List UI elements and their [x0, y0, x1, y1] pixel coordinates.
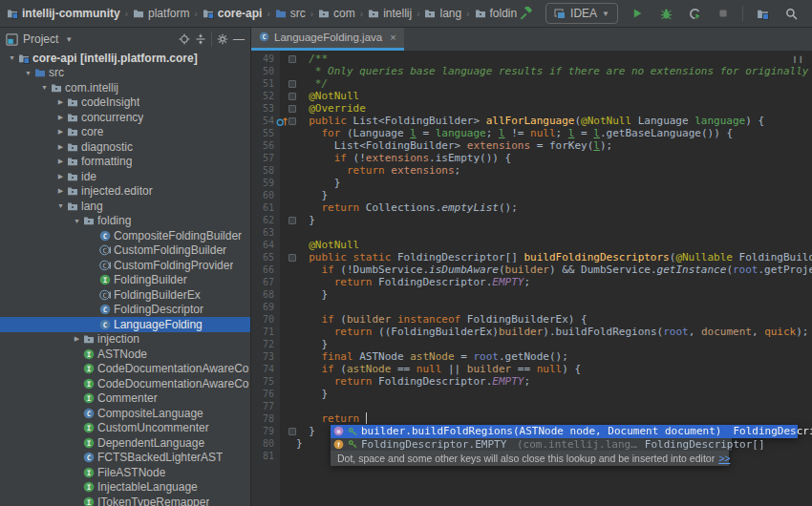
chevron-expanded-icon[interactable]: ▼: [22, 70, 34, 76]
tree-item-CodeDocumentationAwareCo[interactable]: ICodeDocumentationAwareCo: [0, 376, 250, 391]
project-icon-button[interactable]: [753, 4, 772, 23]
tree-item-LanguageFolding[interactable]: CLanguageFolding: [0, 317, 250, 332]
debug-button[interactable]: [656, 4, 675, 23]
editor-tab[interactable]: C LanguageFolding.java ×: [251, 28, 404, 51]
fold-marker[interactable]: [288, 428, 296, 435]
breadcrumb-item-folding[interactable]: folding: [475, 7, 518, 20]
chevron-expanded-icon[interactable]: ▼: [54, 202, 67, 209]
tree-item-injected.editor[interactable]: ▶injected.editor: [0, 184, 250, 200]
breadcrumb-item-core-api[interactable]: core-api: [203, 7, 263, 20]
locate-file-button[interactable]: [179, 33, 190, 45]
breadcrumb-item-lang[interactable]: lang: [424, 7, 461, 20]
code-editor[interactable]: ❙❙ 49 /**50 * Only queries base language…: [251, 51, 812, 506]
completion-item-1[interactable]: mbuilder.buildFoldRegions(ASTNode node, …: [331, 425, 798, 438]
tree-item-codeInsight[interactable]: ▶codeInsight: [0, 95, 250, 111]
tree-item-diagnostic[interactable]: ▶diagnostic: [0, 139, 250, 155]
tree-item-ITokenTypeRemapper[interactable]: IITokenTypeRemapper: [0, 495, 250, 506]
tree-item-FCTSBackedLighterAST[interactable]: CFCTSBackedLighterAST: [0, 451, 250, 466]
code-line-66: 66 if (!DumbService.isDumbAware(builder)…: [251, 264, 812, 276]
code-text: public List<FoldingBuilder> allForLangua…: [296, 115, 812, 127]
override-method-gutter-icon[interactable]: [278, 115, 288, 127]
chevron-collapsed-icon[interactable]: ▶: [54, 143, 67, 151]
tree-item-DependentLanguage[interactable]: IDependentLanguage: [0, 435, 250, 451]
breadcrumb-item-com[interactable]: com: [318, 7, 355, 20]
hide-panel-button[interactable]: —: [233, 32, 245, 46]
tree-item-folding[interactable]: ▼folding: [0, 214, 250, 229]
tree-item-lang[interactable]: ▼lang: [0, 199, 250, 214]
tree-item-injection[interactable]: ▶injection: [0, 332, 250, 348]
line-number: 50: [251, 65, 278, 77]
svg-text:I: I: [87, 468, 92, 476]
fold-marker[interactable]: [288, 80, 296, 88]
run-config-selector[interactable]: IDEA ▼: [545, 3, 618, 24]
source-icon: [275, 8, 287, 19]
code-text: final ASTNode astNode = root.getNode();: [296, 350, 812, 363]
tree-item-FoldingBuilderEx[interactable]: CFoldingBuilderEx: [0, 287, 250, 303]
editor-tab-title: LanguageFolding.java: [274, 32, 382, 43]
tree-item-Commenter[interactable]: ICommenter: [0, 391, 250, 407]
project-view-selector[interactable]: Project ▼: [23, 32, 73, 46]
tree-item-CompositeLanguage[interactable]: CCompositeLanguage: [0, 406, 250, 421]
chevron-collapsed-icon[interactable]: ▶: [54, 173, 67, 180]
breadcrumb-item-platform[interactable]: platform: [133, 7, 189, 20]
tree-item-com.intellij[interactable]: ▼com.intellij: [0, 80, 250, 95]
close-tab-icon[interactable]: ×: [390, 32, 395, 43]
project-tree: ▼core-api [intellij.platform.core]▼src▼c…: [0, 51, 250, 506]
completion-item-2[interactable]: fFoldingDescriptor.EMPTY (com.intellij.l…: [331, 438, 732, 452]
tree-item-FoldingDescriptor[interactable]: CFoldingDescriptor: [0, 303, 250, 318]
tree-item-FileASTNode[interactable]: IFileASTNode: [0, 465, 250, 480]
breadcrumb-item-src[interactable]: src: [275, 7, 306, 20]
tree-item-ASTNode[interactable]: IASTNode: [0, 347, 250, 362]
class-icon: C: [99, 230, 114, 242]
breadcrumb-label: platform: [148, 7, 189, 20]
chevron-collapsed-icon[interactable]: ▶: [71, 335, 83, 343]
chevron-collapsed-icon[interactable]: ▶: [54, 128, 67, 136]
settings-gear-button[interactable]: [217, 33, 228, 45]
chevron-expanded-icon[interactable]: ▼: [38, 84, 51, 91]
fold-marker[interactable]: [288, 93, 296, 100]
tree-item-core[interactable]: ▶core: [0, 125, 250, 140]
classAbs-icon: C: [99, 260, 114, 271]
tree-item-CustomFoldingBuilder[interactable]: CCustomFoldingBuilder: [0, 243, 250, 259]
code-text: if (builder instanceof FoldingBuilderEx)…: [296, 313, 812, 326]
chevron-collapsed-icon[interactable]: ▶: [54, 98, 67, 106]
tree-item-CompositeFoldingBuilder[interactable]: CCompositeFoldingBuilder: [0, 228, 250, 243]
tree-item-ide[interactable]: ▶ide: [0, 169, 250, 184]
fold-marker[interactable]: [288, 217, 296, 224]
main-area: Project ▼ — ▼core-api [intellij.platform…: [0, 28, 812, 506]
fold-marker[interactable]: [288, 117, 296, 125]
chevron-expanded-icon[interactable]: ▼: [6, 54, 18, 61]
gutter-icon-spacer: [278, 437, 288, 450]
search-everywhere-button[interactable]: [781, 4, 801, 23]
project-toolwindow-icon: [6, 33, 18, 46]
breadcrumb-label: lang: [439, 7, 461, 20]
stop-button[interactable]: [714, 4, 733, 23]
chevron-collapsed-icon[interactable]: ▶: [54, 158, 67, 165]
breadcrumb-item-intellij-community[interactable]: intellij-community: [7, 7, 120, 20]
tree-item-InjectableLanguage[interactable]: IInjectableLanguage: [0, 480, 250, 495]
package-icon: [475, 8, 486, 19]
collapse-all-button[interactable]: [195, 33, 206, 45]
line-number: 68: [251, 288, 278, 301]
code-line-52: 52 @NotNull: [251, 90, 812, 102]
fold-marker[interactable]: [288, 105, 296, 113]
tree-item-CustomFoldingProvider[interactable]: CCustomFoldingProvider: [0, 258, 250, 273]
tree-item-src[interactable]: ▼src: [0, 66, 250, 81]
chevron-collapsed-icon[interactable]: ▶: [54, 187, 67, 195]
fold-marker[interactable]: [288, 55, 296, 63]
chevron-expanded-icon[interactable]: ▼: [71, 218, 83, 224]
chevron-collapsed-icon[interactable]: ▶: [54, 114, 67, 121]
tree-item-formatting[interactable]: ▶formatting: [0, 155, 250, 170]
breadcrumb-item-intellij[interactable]: intellij: [368, 7, 412, 20]
build-hammer-icon[interactable]: [517, 4, 536, 23]
code-text: return Collections.emptyList();: [296, 201, 812, 214]
completion-hint-link[interactable]: >>: [718, 453, 730, 465]
tree-item-concurrency[interactable]: ▶concurrency: [0, 110, 250, 125]
tree-item-core-api[interactable]: ▼core-api [intellij.platform.core]: [0, 51, 250, 66]
coverage-button[interactable]: [685, 4, 704, 23]
tree-item-FoldingBuilder[interactable]: IFoldingBuilder: [0, 273, 250, 288]
run-button[interactable]: [628, 4, 647, 23]
tree-item-CustomUncommenter[interactable]: ICustomUncommenter: [0, 421, 250, 436]
tree-item-CodeDocumentationAwareCo[interactable]: ICodeDocumentationAwareCo: [0, 362, 250, 377]
fold-marker[interactable]: [288, 254, 296, 262]
